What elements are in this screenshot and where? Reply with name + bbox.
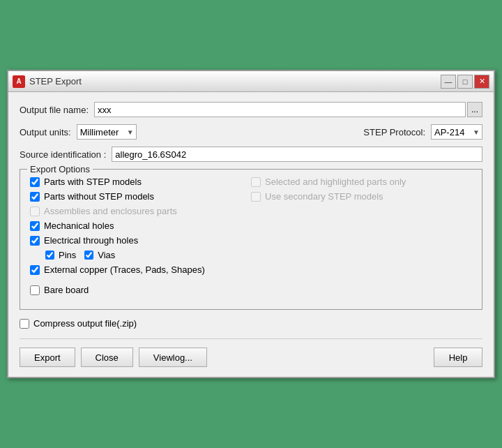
browse-button[interactable]: ... [467,102,482,117]
minimize-button[interactable]: — [441,75,456,89]
options-col-left: Parts with STEP models Parts without STE… [30,177,251,299]
export-button[interactable]: Export [20,348,75,367]
step-export-dialog: A STEP Export — □ ✕ Output file name: ..… [7,70,495,378]
step-protocol-select-wrap: AP-214 AP-203 ▼ [431,124,482,140]
secondary-label: Use secondary STEP models [265,191,383,202]
export-options-group: Export Options Parts with STEP models Pa… [20,169,482,310]
secondary-checkbox[interactable] [251,192,261,202]
electrical-checkbox[interactable] [30,236,40,246]
secondary-row: Use secondary STEP models [251,191,472,202]
compress-row: Compress output file(.zip) [20,318,482,329]
output-units-select[interactable]: Millimeter Inch [77,124,137,140]
bare-board-checkbox[interactable] [30,285,40,295]
close-button[interactable]: Close [81,348,133,367]
units-protocol-row: Output units: Millimeter Inch ▼ STEP Pro… [20,124,482,140]
mechanical-checkbox[interactable] [30,221,40,231]
dialog-content: Output file name: ... Output units: Mill… [8,92,494,377]
viewlog-button[interactable]: Viewlog... [139,348,207,367]
bare-board-row: Bare board [30,285,251,295]
parts-no-step-row: Parts without STEP models [30,191,251,202]
vias-label: Vias [98,250,115,260]
output-units-label: Output units: [20,127,71,137]
copper-row: External copper (Traces, Pads, Shapes) [30,264,251,275]
title-bar-buttons: — □ ✕ [441,75,489,89]
close-window-button[interactable]: ✕ [474,75,489,89]
export-options-legend: Export Options [27,164,93,174]
output-file-row: Output file name: ... [20,102,482,117]
source-id-label: Source identification : [20,149,106,160]
selected-row: Selected and highlighted parts only [251,177,472,187]
assemblies-row: Assemblies and enclosures parts [30,206,251,216]
selected-label: Selected and highlighted parts only [265,177,406,187]
copper-checkbox[interactable] [30,265,40,275]
parts-step-label: Parts with STEP models [44,177,142,187]
selected-checkbox[interactable] [251,177,261,187]
right-buttons: Help [434,348,482,367]
parts-no-step-label: Parts without STEP models [44,191,154,202]
source-id-row: Source identification : [20,147,482,162]
options-grid: Parts with STEP models Parts without STE… [30,177,472,299]
pins-label: Pins [59,250,76,260]
options-col-right: Selected and highlighted parts only Use … [251,177,472,299]
output-units-select-wrap: Millimeter Inch ▼ [77,124,137,140]
step-protocol-label: STEP Protocol: [363,127,425,137]
pins-check-wrap: Pins [45,250,76,260]
assemblies-label: Assemblies and enclosures parts [44,206,177,216]
step-protocol-select[interactable]: AP-214 AP-203 [431,124,482,140]
parts-step-checkbox[interactable] [30,177,40,187]
vias-checkbox[interactable] [84,251,93,260]
compress-label: Compress output file(.zip) [33,318,137,329]
button-row: Export Close Viewlog... Help [20,338,482,367]
output-file-input[interactable] [94,102,466,117]
parts-no-step-checkbox[interactable] [30,192,40,202]
dialog-title: STEP Export [29,76,82,87]
electrical-label: Electrical through holes [44,235,138,246]
app-icon: A [13,75,25,88]
compress-checkbox[interactable] [20,319,29,329]
electrical-row: Electrical through holes [30,235,251,246]
parts-step-row: Parts with STEP models [30,177,251,187]
title-bar: A STEP Export — □ ✕ [8,71,494,92]
source-id-input[interactable] [112,147,482,162]
help-button[interactable]: Help [434,348,482,367]
pins-vias-row: Pins Vias [45,250,251,260]
assemblies-checkbox[interactable] [30,207,40,216]
pins-checkbox[interactable] [45,251,54,260]
output-file-label: Output file name: [20,105,89,115]
bare-board-label: Bare board [44,285,89,295]
left-buttons: Export Close Viewlog... [20,348,207,367]
mechanical-label: Mechanical holes [44,221,114,231]
maximize-button[interactable]: □ [457,75,473,89]
title-bar-left: A STEP Export [13,75,82,88]
vias-check-wrap: Vias [84,250,115,260]
mechanical-row: Mechanical holes [30,221,251,231]
copper-label: External copper (Traces, Pads, Shapes) [44,264,205,275]
